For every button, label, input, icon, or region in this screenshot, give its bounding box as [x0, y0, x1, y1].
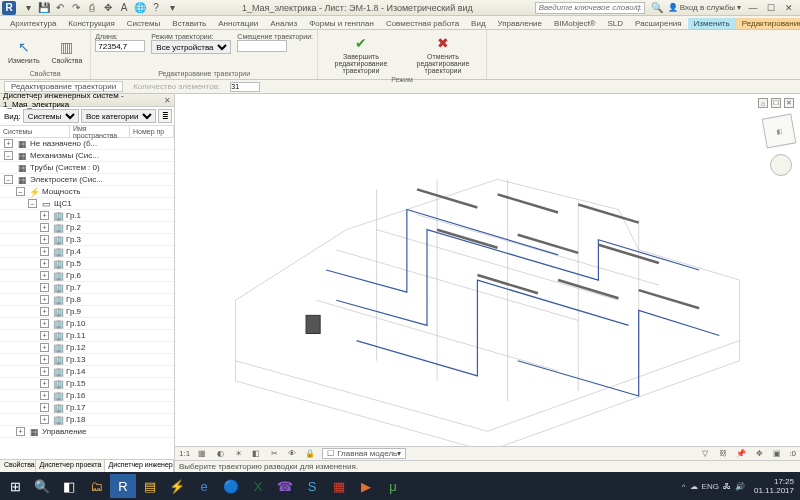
app-red-icon[interactable]: ▦ [326, 474, 352, 498]
qat-save-icon[interactable]: 💾 [37, 2, 51, 14]
shadows-icon[interactable]: ◧ [250, 448, 262, 459]
tree-node[interactable]: +🏢Гр.17 [0, 402, 174, 414]
tab-annot[interactable]: Аннотации [212, 18, 264, 29]
qat-globe-icon[interactable]: 🌐 [133, 2, 147, 14]
tab-project-browser[interactable]: Диспетчер проекта ... [36, 460, 105, 472]
expand-icon[interactable]: + [40, 355, 49, 364]
tree-node[interactable]: +🏢Гр.15 [0, 378, 174, 390]
expand-icon[interactable]: + [40, 379, 49, 388]
tree-node[interactable]: +🏢Гр.5 [0, 258, 174, 270]
visual-style-icon[interactable]: ◐ [214, 448, 226, 459]
app-lightning-icon[interactable]: ⚡ [164, 474, 190, 498]
tree-node[interactable]: +🏢Гр.2 [0, 222, 174, 234]
expand-icon[interactable]: – [4, 151, 13, 160]
minimize-button[interactable]: — [744, 2, 762, 14]
tab-insert[interactable]: Вставить [166, 18, 212, 29]
expand-icon[interactable]: – [16, 187, 25, 196]
tab-modify[interactable]: Изменить [688, 18, 736, 29]
tree-node[interactable]: +▦Управление [0, 426, 174, 438]
tree-node[interactable]: ▦Трубы (Систем : 0) [0, 162, 174, 174]
lock-icon[interactable]: 🔒 [304, 448, 316, 459]
tree-node[interactable]: +🏢Гр.13 [0, 354, 174, 366]
tree-node[interactable]: +🏢Гр.11 [0, 330, 174, 342]
view-home-icon[interactable]: ⌂ [758, 98, 768, 108]
taskbar-clock[interactable]: 17:25 01.11.2017 [750, 477, 798, 495]
length-input[interactable] [95, 40, 145, 52]
app-viber-icon[interactable]: ☎ [272, 474, 298, 498]
systems-tree[interactable]: +▦Не назначено (б...–▦Механизмы (Сис...▦… [0, 138, 174, 459]
tab-edit-path[interactable]: Редактирование траектории [736, 18, 800, 29]
tray-cloud-icon[interactable]: ☁ [690, 482, 698, 491]
view-select[interactable]: Системы [23, 109, 79, 123]
app-edge-icon[interactable]: e [191, 474, 217, 498]
finish-button[interactable]: ✔Завершить редактирование траектории [322, 32, 400, 76]
tab-manage[interactable]: Управление [492, 18, 548, 29]
tree-node[interactable]: +🏢Гр.4 [0, 246, 174, 258]
hide-icon[interactable]: 👁 [286, 448, 298, 459]
app-chrome-icon[interactable]: 🔵 [218, 474, 244, 498]
tree-node[interactable]: +🏢Гр.1 [0, 210, 174, 222]
tab-analyze[interactable]: Анализ [264, 18, 303, 29]
app-excel-icon[interactable]: X [245, 474, 271, 498]
qat-undo-icon[interactable]: ↶ [53, 2, 67, 14]
tray-net-icon[interactable]: 🖧 [723, 482, 731, 491]
app-totalcmd-icon[interactable]: ▤ [137, 474, 163, 498]
navwheel-icon[interactable] [770, 154, 792, 176]
qat-dropdown-icon[interactable]: ▾ [165, 2, 179, 14]
expand-icon[interactable]: + [40, 271, 49, 280]
expand-icon[interactable]: + [40, 247, 49, 256]
expand-icon[interactable]: + [40, 259, 49, 268]
tree-node[interactable]: +🏢Гр.7 [0, 282, 174, 294]
modify-button[interactable]: ↖Изменить [4, 36, 44, 66]
model-combo[interactable]: ☐ Главная модель ▾ [322, 448, 406, 459]
tab-collab[interactable]: Совместная работа [380, 18, 465, 29]
expand-icon[interactable]: + [4, 139, 13, 148]
tree-node[interactable]: +▦Не назначено (б... [0, 138, 174, 150]
qat-open-icon[interactable]: ▾ [21, 2, 35, 14]
tree-node[interactable]: +🏢Гр.12 [0, 342, 174, 354]
qat-sync-icon[interactable]: ✥ [101, 2, 115, 14]
filter-icon[interactable]: ▽ [699, 448, 711, 459]
close-button[interactable]: ✕ [780, 2, 798, 14]
tree-node[interactable]: +🏢Гр.18 [0, 414, 174, 426]
select-links-icon[interactable]: ⛓ [717, 448, 729, 459]
count-value[interactable] [230, 82, 260, 92]
qat-help-icon[interactable]: ? [149, 2, 163, 14]
expand-icon[interactable]: + [40, 403, 49, 412]
tab-struct[interactable]: Конструкция [62, 18, 120, 29]
expand-icon[interactable]: + [40, 331, 49, 340]
tray-lang[interactable]: ENG [702, 482, 719, 491]
qat-print-icon[interactable]: ⎙ [85, 2, 99, 14]
drag-icon[interactable]: ✥ [753, 448, 765, 459]
expand-icon[interactable]: – [28, 199, 37, 208]
expand-icon[interactable]: – [4, 175, 13, 184]
tree-node[interactable]: +🏢Гр.16 [0, 390, 174, 402]
qat-a-icon[interactable]: A [117, 2, 131, 14]
cancel-button[interactable]: ✖Отменить редактирование траектории [404, 32, 482, 76]
crop-icon[interactable]: ✂ [268, 448, 280, 459]
tree-node[interactable]: +🏢Гр.3 [0, 234, 174, 246]
tree-node[interactable]: –▦Электросети (Сис... [0, 174, 174, 186]
maximize-button[interactable]: ☐ [762, 2, 780, 14]
expand-icon[interactable]: + [40, 283, 49, 292]
panel-header[interactable]: Диспетчер инженерных систем - 1_Мая_элек… [0, 94, 174, 107]
scale-display[interactable]: 1:1 [179, 449, 190, 458]
detail-level-icon[interactable]: ▦ [196, 448, 208, 459]
expand-icon[interactable]: + [40, 343, 49, 352]
taskview-icon[interactable]: ◧ [56, 474, 82, 498]
view-max-icon[interactable]: ☐ [771, 98, 781, 108]
app-torrent-icon[interactable]: μ [380, 474, 406, 498]
expand-icon[interactable]: + [40, 319, 49, 328]
tab-arch[interactable]: Архитектура [4, 18, 62, 29]
expand-icon[interactable]: + [16, 427, 25, 436]
tab-properties[interactable]: Свойства [0, 460, 36, 472]
task-search-icon[interactable]: 🔍 [29, 474, 55, 498]
expand-icon[interactable]: + [40, 391, 49, 400]
view-close-icon[interactable]: ✕ [784, 98, 794, 108]
tree-node[interactable]: –⚡Мощность [0, 186, 174, 198]
tree-node[interactable]: +🏢Гр.14 [0, 366, 174, 378]
tab-system-browser[interactable]: Диспетчер инженер... [105, 460, 174, 472]
expand-icon[interactable]: + [40, 235, 49, 244]
system-tray[interactable]: ^ ☁ ENG 🖧 🔊 [678, 482, 749, 491]
login-link[interactable]: 👤Вход в службы▾ [668, 3, 741, 12]
